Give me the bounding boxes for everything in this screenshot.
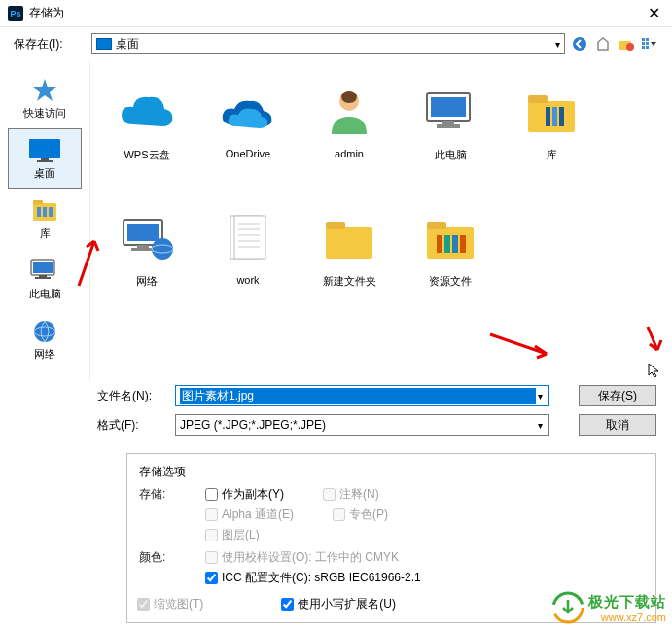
checkbox-proof: 使用校样设置(O): 工作中的 CMYK <box>205 549 421 566</box>
svg-rect-16 <box>49 207 53 217</box>
library-folder-icon <box>520 82 583 144</box>
sidebar-item-libraries[interactable]: 库 <box>8 189 82 249</box>
svg-rect-49 <box>427 222 446 229</box>
nav-toolbar <box>571 35 658 52</box>
resource-folder-icon <box>419 208 481 270</box>
filename-value: 图片素材1.jpg <box>180 388 536 404</box>
sidebar-item-thispc[interactable]: 此电脑 <box>8 249 82 309</box>
svg-rect-53 <box>460 235 466 253</box>
sidebar: 快速访问 桌面 库 此电脑 网络 <box>0 60 89 381</box>
file-label: 新建文件夹 <box>323 274 376 289</box>
file-item[interactable]: WPS云盘 <box>96 74 197 200</box>
svg-rect-26 <box>442 121 454 124</box>
svg-rect-9 <box>29 139 60 158</box>
file-item[interactable]: 资源文件 <box>400 200 501 327</box>
file-label: 资源文件 <box>429 274 472 289</box>
sidebar-item-label: 桌面 <box>34 166 55 181</box>
chevron-down-icon[interactable]: ▾ <box>536 420 545 431</box>
file-item[interactable]: OneDrive <box>197 74 299 200</box>
checkbox-spot: 专色(P) <box>333 506 388 523</box>
filename-input[interactable]: 图片素材1.jpg ▾ <box>175 385 549 406</box>
format-select[interactable]: JPEG (*.JPG;*.JPEG;*.JPE) ▾ <box>175 414 549 436</box>
file-item[interactable]: admin <box>299 74 400 200</box>
watermark: 极光下载站 www.xz7.com <box>551 591 666 624</box>
watermark-title: 极光下载站 <box>588 593 666 611</box>
svg-rect-10 <box>41 158 49 160</box>
location-row: 保存在(I): 桌面 ▾ <box>0 27 672 60</box>
svg-rect-18 <box>33 262 53 273</box>
chevron-down-icon: ▾ <box>555 39 560 50</box>
location-value: 桌面 <box>116 36 139 52</box>
file-item[interactable]: 此电脑 <box>400 74 501 200</box>
svg-rect-14 <box>37 207 41 217</box>
titlebar: Ps 存储为 ✕ <box>0 0 672 27</box>
file-item[interactable]: work <box>197 200 299 327</box>
file-browser[interactable]: WPS云盘 OneDrive admin 此电脑 库 网络 work 新建文件 <box>89 60 672 381</box>
svg-rect-51 <box>444 235 450 253</box>
file-item[interactable]: 库 <box>501 74 602 200</box>
svg-point-0 <box>573 37 586 51</box>
watermark-url: www.xz7.com <box>588 611 666 623</box>
svg-point-21 <box>34 321 55 342</box>
svg-rect-50 <box>437 235 442 253</box>
checkbox-layers: 图层(L) <box>205 527 388 543</box>
sidebar-item-label: 快速访问 <box>23 106 66 121</box>
svg-rect-35 <box>137 245 149 248</box>
file-label: admin <box>335 148 364 159</box>
svg-point-37 <box>152 238 173 260</box>
svg-rect-32 <box>559 107 564 126</box>
cursor-icon <box>647 362 662 377</box>
location-select[interactable]: 桌面 ▾ <box>91 33 565 54</box>
chevron-down-icon[interactable]: ▾ <box>536 391 545 401</box>
window-title: 存储为 <box>29 5 644 21</box>
svg-rect-34 <box>127 224 159 241</box>
network-icon <box>31 318 58 345</box>
view-menu-icon[interactable] <box>641 35 658 52</box>
checkbox-lowercase[interactable]: 使用小写扩展名(U) <box>281 596 396 612</box>
thispc-icon <box>419 82 481 144</box>
thispc-icon <box>29 258 60 285</box>
store-label: 存储: <box>139 486 194 503</box>
file-item[interactable]: 新建文件夹 <box>299 200 400 327</box>
svg-rect-31 <box>552 107 557 126</box>
document-icon <box>217 208 279 270</box>
color-label: 颜色: <box>139 549 194 566</box>
close-icon[interactable]: ✕ <box>644 4 664 22</box>
back-icon[interactable] <box>571 35 588 52</box>
svg-rect-11 <box>37 160 53 162</box>
star-icon <box>31 77 58 104</box>
svg-rect-19 <box>39 275 47 277</box>
main-area: 快速访问 桌面 库 此电脑 网络 WPS云盘 OneDrive <box>0 60 672 381</box>
svg-rect-27 <box>437 124 460 128</box>
onedrive-icon <box>217 82 279 144</box>
svg-rect-4 <box>646 38 649 41</box>
sidebar-item-label: 此电脑 <box>29 287 61 301</box>
up-icon[interactable] <box>594 35 612 52</box>
svg-rect-28 <box>528 101 575 132</box>
watermark-logo-icon <box>551 591 584 624</box>
save-button[interactable]: 保存(S) <box>579 385 656 406</box>
folder-icon <box>318 208 380 270</box>
sidebar-item-desktop[interactable]: 桌面 <box>8 128 82 189</box>
new-folder-icon[interactable] <box>618 35 635 52</box>
sidebar-item-network[interactable]: 网络 <box>8 309 82 369</box>
libraries-icon <box>31 197 58 225</box>
file-label: 此电脑 <box>435 148 467 162</box>
checkbox-icc[interactable]: ICC 配置文件(C): sRGB IEC61966-2.1 <box>205 570 421 586</box>
svg-rect-30 <box>546 107 550 126</box>
network-globe-icon <box>116 208 178 270</box>
checkbox-as-copy[interactable]: 作为副本(Y) <box>205 486 284 503</box>
cloud-icon <box>116 82 178 144</box>
file-label: OneDrive <box>226 148 270 159</box>
cancel-button[interactable]: 取消 <box>579 414 656 436</box>
svg-rect-20 <box>35 277 51 279</box>
file-item[interactable]: 网络 <box>96 200 197 327</box>
form-area: 文件名(N): 图片素材1.jpg ▾ 保存(S) 格式(F): JPEG (*… <box>0 381 672 447</box>
options-section-label: 存储选项 <box>139 464 644 480</box>
svg-rect-13 <box>33 200 43 204</box>
svg-rect-8 <box>646 46 649 49</box>
sidebar-item-quickaccess[interactable]: 快速访问 <box>8 68 82 128</box>
svg-rect-7 <box>642 46 645 49</box>
svg-rect-5 <box>642 42 645 45</box>
desktop-icon <box>27 137 62 164</box>
